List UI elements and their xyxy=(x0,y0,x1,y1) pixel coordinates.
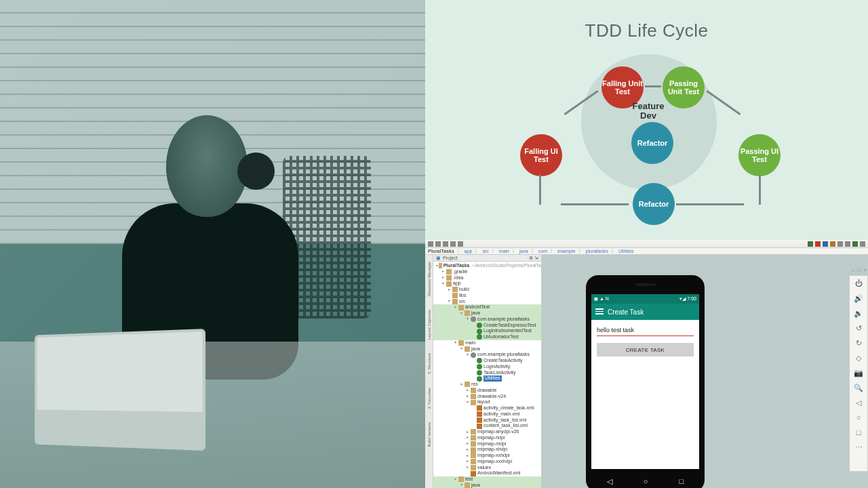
emulator-window-controls: – □ × xyxy=(852,267,867,273)
tree-item[interactable]: ▾androidTest xyxy=(433,304,541,310)
tree-item[interactable]: ▾test xyxy=(433,476,541,483)
tree-item[interactable]: ▸build xyxy=(433,287,541,293)
tree-item[interactable]: ▸.gradle xyxy=(433,269,541,275)
tree-item[interactable]: ▸mipmap-hdpi xyxy=(433,435,541,441)
tree-item[interactable]: ▸mipmap-xxxhdpi xyxy=(433,459,541,465)
tree-item[interactable]: ▾com.example.pluraltasks xyxy=(433,317,541,323)
tree-item[interactable]: ▸mipmap-mdpi xyxy=(433,441,541,447)
tree-item[interactable]: ▾java xyxy=(433,346,541,352)
node-failing-ui-test: Falling UI Test xyxy=(520,134,562,176)
emulator-tool-button[interactable]: 🔍 xyxy=(854,383,863,392)
breadcrumb-item[interactable]: PluralTasks xyxy=(428,249,454,253)
run-icon[interactable] xyxy=(808,241,813,247)
toolbar-icon[interactable] xyxy=(435,241,441,247)
tree-item[interactable]: libs xyxy=(433,293,541,299)
tree-item[interactable]: content_task_list.xml xyxy=(433,423,541,429)
task-name-input[interactable]: hello test task xyxy=(597,327,694,336)
tree-item[interactable]: ▸drawable-v24 xyxy=(433,394,541,400)
tree-item[interactable]: ▸mipmap-xxhdpi xyxy=(433,453,541,459)
tree-root[interactable]: ▾ PluralTasks ~/AndroidStudioProjects/Pl… xyxy=(433,263,541,269)
breadcrumb-item[interactable]: java xyxy=(519,249,528,253)
tree-item[interactable]: ▾java xyxy=(433,483,541,488)
tree-item[interactable]: activity_main.xml xyxy=(433,411,541,418)
create-task-button[interactable]: CREATE TASK xyxy=(597,343,694,357)
android-studio-panel: PluralTasks 〉app 〉src 〉main 〉java 〉com 〉… xyxy=(425,240,868,488)
tree-item[interactable]: ▸drawable xyxy=(433,388,541,394)
emulator-tool-button[interactable]: 📷 xyxy=(854,368,863,378)
tree-item[interactable]: TaskListActivity xyxy=(433,370,541,376)
emulator-side-toolbar: ⏻🔊🔉↺↻◇📷🔍◁○□⋯ xyxy=(849,275,868,472)
breadcrumb-item[interactable]: Utilities xyxy=(618,249,634,253)
stop-icon[interactable] xyxy=(815,241,821,247)
toolbar-icon[interactable] xyxy=(845,241,850,247)
hamburger-icon[interactable] xyxy=(595,308,604,315)
diagram-center-label: Feature Dev xyxy=(625,102,672,121)
home-button[interactable]: ○ xyxy=(644,477,648,485)
tree-item[interactable]: ▸values xyxy=(433,465,541,471)
emulator-tool-button[interactable]: ○ xyxy=(854,413,863,422)
emulator-tool-button[interactable]: □ xyxy=(854,428,863,437)
side-tab-layout-captures[interactable]: Layout Captures xyxy=(427,310,431,340)
toolbar-icon[interactable] xyxy=(458,241,463,247)
tree-item[interactable]: ▸.idea xyxy=(433,275,541,281)
tree-item[interactable]: ▾com.example.pluraltasks xyxy=(433,352,541,358)
emulator-tool-button[interactable]: ◁ xyxy=(854,398,863,407)
toolbar-icon[interactable] xyxy=(443,241,448,247)
tree-item[interactable]: ▾src xyxy=(433,299,541,305)
toolbar-icon[interactable] xyxy=(860,241,865,247)
emulator-tool-button[interactable]: 🔊 xyxy=(854,293,863,303)
close-button[interactable]: × xyxy=(863,267,867,273)
breadcrumb-item[interactable]: main xyxy=(499,249,509,253)
tree-item[interactable]: CreateTaskActivity xyxy=(433,358,541,364)
tree-item[interactable]: LoginActivity xyxy=(433,364,541,370)
emulator-tool-button[interactable]: 🔉 xyxy=(854,308,863,318)
tree-item[interactable]: ▾app xyxy=(433,281,541,287)
side-tab-structure[interactable]: 2: Structure xyxy=(427,353,431,374)
emulator-tool-button[interactable]: ⋯ xyxy=(854,443,863,452)
tree-item[interactable]: CreateTaskEspressoTest xyxy=(433,323,541,329)
tree-item[interactable]: activity_task_list.xml xyxy=(433,418,541,424)
emulator-tool-button[interactable]: ↺ xyxy=(854,323,863,333)
editor-preview-area: – □ × ◼ ▲ N ▾◢ 7:00 Create Task hello te… xyxy=(542,255,868,488)
tree-item[interactable]: UiAutomatorTest xyxy=(433,334,541,340)
avd-icon[interactable] xyxy=(830,241,835,247)
side-tab-build-variants[interactable]: Build Variants xyxy=(427,422,431,447)
tree-item[interactable]: ▾main xyxy=(433,340,541,346)
breadcrumb-item[interactable]: pluraltasks xyxy=(586,249,608,253)
app-bar: Create Task xyxy=(591,304,699,320)
back-button[interactable]: ◁ xyxy=(607,477,612,486)
tree-item[interactable]: ▸mipmap-anydpi-v26 xyxy=(433,429,541,435)
arrow xyxy=(759,175,761,205)
node-passing-ui-test: Passing UI Test xyxy=(738,134,781,176)
maximize-button[interactable]: □ xyxy=(857,267,861,273)
toolbar-icon[interactable] xyxy=(450,241,456,247)
debug-icon[interactable] xyxy=(823,241,828,247)
emulator-tool-button[interactable]: ◇ xyxy=(854,353,863,363)
arrow xyxy=(645,85,661,87)
emulator-tool-button[interactable]: ↻ xyxy=(854,338,863,348)
breadcrumb-item[interactable]: src xyxy=(482,249,488,253)
breadcrumb-item[interactable]: example xyxy=(557,249,575,253)
tree-item[interactable]: ▾res xyxy=(433,382,541,388)
tree-item[interactable]: Utilities xyxy=(433,375,541,382)
tree-item[interactable]: activity_create_task.xml xyxy=(433,405,541,411)
side-tab-resource-manager[interactable]: Resource Manager xyxy=(427,262,431,296)
toolbar-icon[interactable] xyxy=(428,241,433,247)
left-tool-window-bar: Resource Manager Layout Captures 2: Stru… xyxy=(425,255,433,488)
emulator-tool-button[interactable]: ⏻ xyxy=(854,279,863,288)
toolbar-icon[interactable] xyxy=(837,241,843,247)
emulator-phone-frame: ◼ ▲ N ▾◢ 7:00 Create Task hello test tas… xyxy=(586,275,705,488)
tree-item[interactable]: LoginInstrumentedTest xyxy=(433,328,541,334)
sync-icon[interactable] xyxy=(852,241,858,247)
breadcrumb-item[interactable]: app xyxy=(465,249,473,253)
tree-item[interactable]: AndroidManifest.xml xyxy=(433,470,541,476)
laptop-illustration xyxy=(35,329,205,451)
breadcrumb-item[interactable]: com xyxy=(538,249,547,253)
course-author-photo xyxy=(0,0,425,488)
tree-item[interactable]: ▸mipmap-xhdpi xyxy=(433,447,541,453)
tree-item[interactable]: ▾java xyxy=(433,310,541,317)
minimize-button[interactable]: – xyxy=(852,267,854,273)
tree-item[interactable]: ▾layout xyxy=(433,399,541,405)
side-tab-favorites[interactable]: 2: Favorites xyxy=(427,388,431,409)
recent-apps-button[interactable]: □ xyxy=(679,477,684,485)
